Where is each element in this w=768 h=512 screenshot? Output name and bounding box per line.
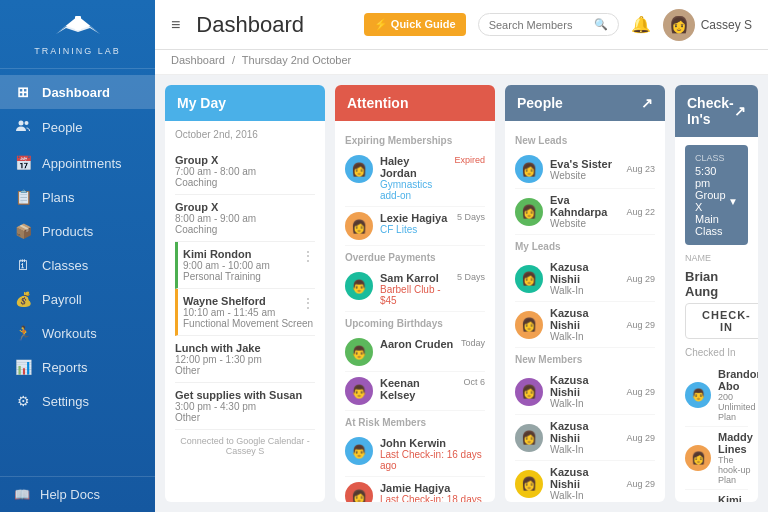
sidebar-navigation: ⊞ Dashboard People 📅 Appointments 📋 Plan… <box>0 69 155 476</box>
myday-item-title: Kimi Rondon <box>183 248 315 260</box>
sidebar-item-label: Appointments <box>42 156 122 171</box>
people-date: Aug 22 <box>626 207 655 217</box>
people-info: Eva Kahndarpa Website <box>550 194 619 229</box>
attention-item: 👩 Lexie Hagiya CF Lites 5 Days <box>345 207 485 246</box>
sidebar-item-dashboard[interactable]: ⊞ Dashboard <box>0 75 155 109</box>
sidebar-item-reports[interactable]: 📊 Reports <box>0 350 155 384</box>
checkin-share-icon[interactable]: ↗ <box>734 103 746 119</box>
sidebar-item-payroll[interactable]: 💰 Payroll <box>0 282 155 316</box>
sidebar-item-plans[interactable]: 📋 Plans <box>0 180 155 214</box>
checkin-name-value: Brian Aung <box>685 269 748 299</box>
menu-icon[interactable]: ≡ <box>171 16 180 34</box>
search-icon: 🔍 <box>594 18 608 31</box>
payroll-icon: 💰 <box>14 291 32 307</box>
main-content: ≡ Dashboard ⚡ Quick Guide 🔍 🔔 👩 Cassey S… <box>155 0 768 512</box>
attention-item: 👨 Aaron Cruden Today <box>345 333 485 372</box>
people-avatar: 👩 <box>515 265 543 293</box>
myday-item-time: 3:00 pm - 4:30 pm <box>175 401 315 412</box>
user-area[interactable]: 👩 Cassey S <box>663 9 752 41</box>
myday-item-time: 12:00 pm - 1:30 pm <box>175 354 315 365</box>
sidebar-item-help-docs[interactable]: 📖 Help Docs <box>0 476 155 512</box>
check-in-button[interactable]: CHECK-IN <box>685 303 758 339</box>
people-sub: Walk-In <box>550 490 619 501</box>
checkin-person-name: Kimi Rondon <box>718 494 758 502</box>
myday-item-type: Coaching <box>175 224 315 235</box>
attention-info: Lexie Hagiya CF Lites <box>380 212 447 235</box>
more-options-icon[interactable]: ⋮ <box>301 248 315 264</box>
attention-sub: Gymnastics add-on <box>380 179 447 201</box>
page-title: Dashboard <box>196 12 351 38</box>
people-icon <box>14 118 32 137</box>
logo-text: TRAINING LAB <box>34 46 121 56</box>
sidebar-item-appointments[interactable]: 📅 Appointments <box>0 146 155 180</box>
people-sub: Walk-In <box>550 331 619 342</box>
people-info: Kazusa Nishii Walk-In <box>550 466 619 501</box>
sidebar-item-label: Plans <box>42 190 75 205</box>
breadcrumb-home[interactable]: Dashboard <box>171 54 225 66</box>
chevron-down-icon[interactable]: ▼ <box>728 196 738 207</box>
svg-point-4 <box>25 121 29 125</box>
sidebar-footer-label: Help Docs <box>40 487 100 502</box>
attention-avatar: 👨 <box>345 377 373 405</box>
attention-item: 👨 Keenan Kelsey Oct 6 <box>345 372 485 411</box>
attention-name: Jamie Hagiya <box>380 482 485 494</box>
sidebar-item-classes[interactable]: 🗓 Classes <box>0 248 155 282</box>
sidebar-item-label: People <box>42 120 82 135</box>
search-input[interactable] <box>489 19 589 31</box>
attention-info: Sam Karrol Barbell Club - $45 <box>380 272 450 306</box>
people-avatar: 👩 <box>515 378 543 406</box>
people-date: Aug 29 <box>626 320 655 330</box>
search-box[interactable]: 🔍 <box>478 13 619 36</box>
more-options-icon[interactable]: ⋮ <box>301 295 315 311</box>
settings-icon: ⚙ <box>14 393 32 409</box>
attention-avatar: 👨 <box>345 338 373 366</box>
checkin-card: Check-In's ↗ Class 5:30 pm Group X Main … <box>675 85 758 502</box>
sidebar-item-label: Dashboard <box>42 85 110 100</box>
attention-name: Sam Karrol <box>380 272 450 284</box>
checkin-person-plan: 200 Unlimited Plan <box>718 392 758 422</box>
attention-sub: Last Check-in: 18 days ago <box>380 494 485 502</box>
people-info: Kazusa Nishii Walk-In <box>550 374 619 409</box>
attention-card-body: Expiring Memberships 👩 Haley Jordan Gymn… <box>335 121 495 502</box>
people-avatar: 👩 <box>515 424 543 452</box>
myday-item-title: Wayne Shelford <box>183 295 315 307</box>
attention-info: Jamie Hagiya Last Check-in: 18 days ago <box>380 482 485 502</box>
attention-info: John Kerwin Last Check-in: 16 days ago <box>380 437 485 471</box>
people-avatar: 👩 <box>515 155 543 183</box>
attention-avatar: 👩 <box>345 482 373 502</box>
people-item: 👩 Kazusa Nishii Walk-In Aug 29 <box>515 302 655 348</box>
attention-badge: 5 Days <box>457 212 485 222</box>
attention-badge: Oct 6 <box>463 377 485 387</box>
people-card-header: People ↗ <box>505 85 665 121</box>
people-avatar: 👩 <box>515 198 543 226</box>
attention-name: John Kerwin <box>380 437 485 449</box>
sidebar-item-people[interactable]: People <box>0 109 155 146</box>
sidebar-item-products[interactable]: 📦 Products <box>0 214 155 248</box>
checkin-person-name: Maddy Lines <box>718 431 753 455</box>
people-avatar: 👩 <box>515 470 543 498</box>
sidebar-item-settings[interactable]: ⚙ Settings <box>0 384 155 418</box>
attention-avatar: 👩 <box>345 212 373 240</box>
checkin-class-value: 5:30 pm Group X Main Class <box>695 165 728 237</box>
checkin-person-info: Kimi Rondon 200 Unlimited Plan <box>718 494 758 502</box>
products-icon: 📦 <box>14 223 32 239</box>
attention-section-label: At Risk Members <box>345 417 485 428</box>
people-name: Kazusa Nishii <box>550 420 619 444</box>
myday-item-type: Coaching <box>175 177 315 188</box>
notification-icon[interactable]: 🔔 <box>631 15 651 34</box>
people-section-label: New Members <box>515 354 655 365</box>
checked-in-section: Checked In 👨 Brandon Abo 200 Unlimited P… <box>685 347 748 502</box>
attention-avatar: 👨 <box>345 272 373 300</box>
myday-item: Group X 8:00 am - 9:00 am Coaching <box>175 195 315 242</box>
sidebar-item-label: Payroll <box>42 292 82 307</box>
attention-info: Aaron Cruden <box>380 338 453 350</box>
checkin-title: Check-In's <box>687 95 734 127</box>
people-name: Kazusa Nishii <box>550 374 619 398</box>
sidebar-item-workouts[interactable]: 🏃 Workouts <box>0 316 155 350</box>
people-item: 👩 Eva's Sister Website Aug 23 <box>515 150 655 189</box>
people-share-icon[interactable]: ↗ <box>641 95 653 111</box>
people-sub: Walk-In <box>550 398 619 409</box>
checkin-name-label: Name <box>685 253 748 263</box>
people-name: Kazusa Nishii <box>550 307 619 331</box>
quick-guide-button[interactable]: ⚡ Quick Guide <box>364 13 466 36</box>
